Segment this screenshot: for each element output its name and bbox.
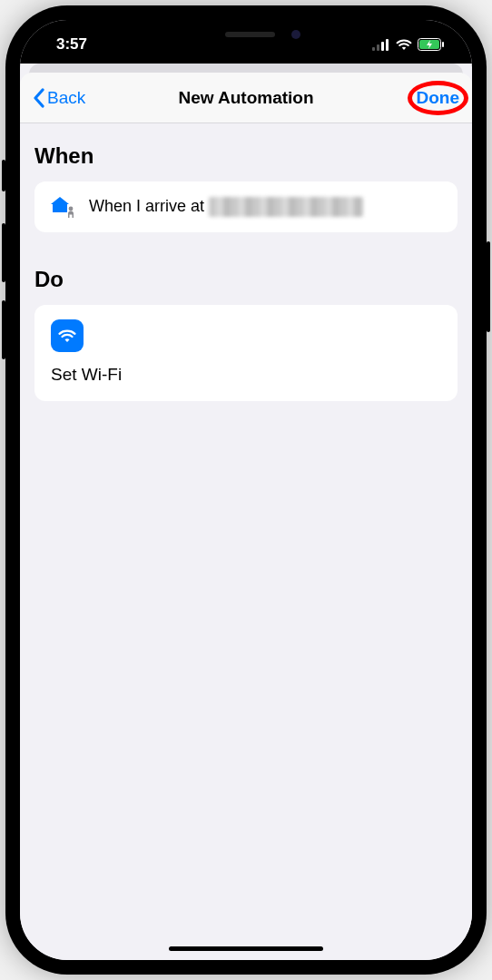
phone-frame: 3:57 Back New Automation Done — [5, 5, 487, 975]
volume-up-button — [2, 223, 5, 282]
do-heading: Do — [34, 267, 458, 292]
arrive-home-icon — [49, 194, 76, 220]
svg-rect-6 — [442, 42, 444, 47]
when-trigger-card[interactable]: When I arrive at — [34, 181, 458, 232]
screen: 3:57 Back New Automation Done — [20, 20, 472, 960]
modal-sheet: Back New Automation Done When — [20, 73, 472, 960]
status-time: 3:57 — [56, 30, 87, 54]
volume-down-button — [2, 300, 5, 359]
svg-rect-2 — [381, 42, 384, 51]
card-stack: Back New Automation Done When — [20, 64, 472, 960]
back-label: Back — [47, 88, 85, 108]
page-title: New Automation — [178, 88, 313, 108]
chevron-left-icon — [33, 88, 45, 108]
wifi-action-icon — [51, 319, 84, 352]
content: When When I arrive at Do — [20, 123, 472, 421]
notch — [142, 20, 350, 49]
signal-icon — [372, 39, 390, 51]
svg-rect-1 — [377, 44, 379, 51]
when-trigger-text: When I arrive at — [89, 197, 363, 217]
front-camera — [291, 30, 300, 39]
svg-rect-3 — [386, 39, 389, 51]
speaker — [225, 32, 275, 37]
when-trigger-prefix: When I arrive at — [89, 197, 209, 215]
home-indicator[interactable] — [169, 946, 323, 951]
nav-bar: Back New Automation Done — [20, 73, 472, 123]
side-button — [2, 160, 5, 191]
wifi-icon — [396, 39, 412, 51]
done-button[interactable]: Done — [417, 88, 460, 108]
status-right — [372, 33, 445, 51]
do-action-card[interactable]: Set Wi-Fi — [34, 305, 458, 401]
back-button[interactable]: Back — [33, 88, 85, 108]
svg-point-7 — [69, 207, 74, 211]
when-heading: When — [34, 143, 458, 169]
power-button — [487, 241, 490, 332]
battery-icon — [418, 38, 445, 51]
do-action-label: Set Wi-Fi — [51, 365, 441, 385]
do-section: Do Set Wi-Fi — [34, 267, 458, 401]
redacted-location — [209, 197, 363, 217]
done-label: Done — [417, 88, 460, 107]
svg-rect-0 — [372, 47, 375, 51]
